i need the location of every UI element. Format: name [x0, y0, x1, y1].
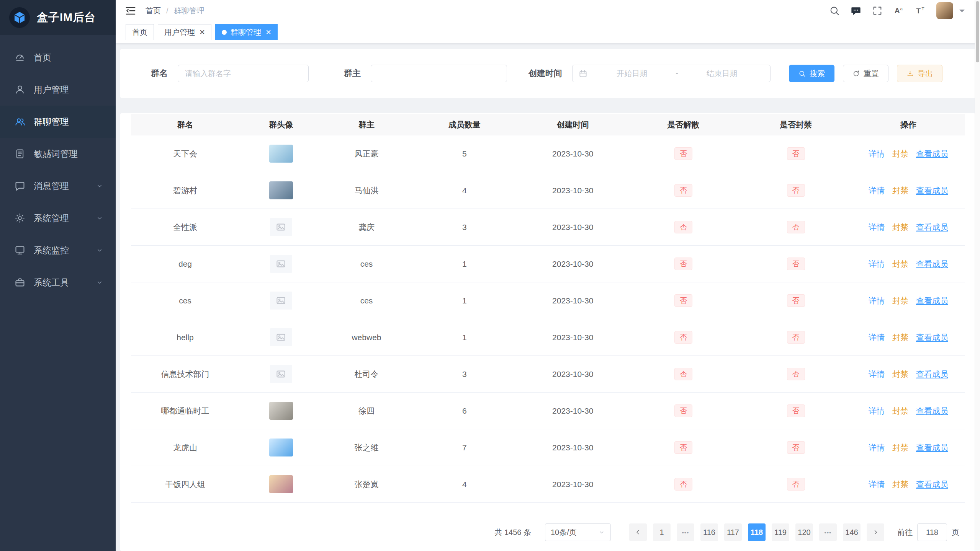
cell-owner: ces [323, 296, 411, 305]
active-tab-dot [222, 30, 227, 35]
detail-link[interactable]: 详情 [869, 442, 885, 453]
view-members-link[interactable]: 查看成员 [916, 148, 948, 159]
detail-link[interactable]: 详情 [869, 185, 885, 196]
cell-group-avatar [239, 439, 323, 456]
scrollbar-thumb[interactable] [976, 1, 979, 62]
page-button-120[interactable]: 120 [795, 523, 813, 541]
page-size-select[interactable]: 10条/页 [545, 523, 611, 541]
view-members-link[interactable]: 查看成员 [916, 259, 948, 269]
detail-link[interactable]: 详情 [869, 148, 885, 159]
page-button-117[interactable]: 117 [724, 523, 742, 541]
sidebar-item-system-monitor[interactable]: 系统监控 [0, 234, 116, 266]
cell-group-avatar [239, 145, 323, 163]
tab-user-management[interactable]: 用户管理× [158, 24, 211, 40]
tab-home[interactable]: 首页 [126, 24, 154, 40]
message-icon [15, 181, 25, 191]
view-members-link[interactable]: 查看成员 [916, 332, 948, 343]
sidebar-item-sensitive-words[interactable]: 敏感词管理 [0, 138, 116, 170]
cell-group-avatar [239, 255, 323, 273]
page-button-119[interactable]: 119 [772, 523, 789, 541]
monitor-icon [15, 245, 25, 256]
sidebar-item-home[interactable]: 首页 [0, 41, 116, 73]
sidebar-item-system-tools[interactable]: 系统工具 [0, 266, 116, 298]
cell-created-time: 2023-10-30 [519, 480, 627, 489]
breadcrumb-home[interactable]: 首页 [146, 6, 161, 16]
cell-group-name: ces [131, 296, 239, 305]
cell-member-count: 4 [410, 480, 519, 489]
cell-group-name: 干饭四人组 [131, 479, 239, 490]
ban-link[interactable]: 封禁 [892, 185, 908, 196]
detail-link[interactable]: 详情 [869, 406, 885, 416]
dissolved-tag: 否 [674, 368, 692, 381]
fullscreen-icon[interactable] [872, 5, 883, 16]
ban-link[interactable]: 封禁 [892, 148, 908, 159]
caret-down-icon[interactable] [959, 10, 965, 15]
sidebar-item-group-management[interactable]: 群聊管理 [0, 106, 116, 138]
sidebar-item-system-management[interactable]: 系统管理 [0, 202, 116, 234]
prev-page-button[interactable] [629, 523, 647, 541]
close-tab-icon[interactable]: × [266, 28, 271, 37]
view-members-link[interactable]: 查看成员 [916, 479, 948, 490]
table-row: 干饭四人组张楚岚42023-10-30否否详情封禁查看成员 [131, 466, 965, 503]
page-button-146[interactable]: 146 [843, 523, 861, 541]
page-scrollbar[interactable] [975, 0, 980, 551]
cell-group-avatar [239, 181, 323, 199]
goto-page-input[interactable] [917, 523, 947, 541]
ban-link[interactable]: 封禁 [892, 222, 908, 233]
ban-link[interactable]: 封禁 [892, 259, 908, 269]
date-range-picker[interactable]: 开始日期 - 结束日期 [572, 65, 771, 82]
page-more-button[interactable]: ••• [819, 523, 837, 541]
table-row: hellpwebweb12023-10-30否否详情封禁查看成员 [131, 319, 965, 356]
cell-dissolved: 否 [627, 147, 739, 160]
sidebar-item-message-management[interactable]: 消息管理 [0, 170, 116, 202]
table-row: 碧游村马仙洪42023-10-30否否详情封禁查看成员 [131, 172, 965, 209]
font-size-icon[interactable]: Aa [893, 5, 904, 16]
export-button[interactable]: 导出 [897, 65, 942, 82]
detail-link[interactable]: 详情 [869, 222, 885, 233]
ban-link[interactable]: 封禁 [892, 442, 908, 453]
detail-link[interactable]: 详情 [869, 369, 885, 380]
owner-input[interactable] [371, 65, 507, 82]
group-name-input[interactable] [178, 65, 309, 82]
pagination-pages: 1•••116117118119120•••146 [650, 523, 864, 541]
app-logo[interactable]: 盒子IM后台 [0, 0, 116, 35]
sidebar-item-user-management[interactable]: 用户管理 [0, 73, 116, 106]
view-members-link[interactable]: 查看成员 [916, 442, 948, 453]
sidebar-item-label: 消息管理 [34, 180, 96, 192]
view-members-link[interactable]: 查看成员 [916, 185, 948, 196]
menu-fold-icon[interactable] [116, 5, 146, 16]
detail-link[interactable]: 详情 [869, 259, 885, 269]
page-more-button[interactable]: ••• [677, 523, 694, 541]
detail-link[interactable]: 详情 [869, 295, 885, 306]
page-button-116[interactable]: 116 [700, 523, 718, 541]
view-members-link[interactable]: 查看成员 [916, 295, 948, 306]
cell-owner: 张之维 [323, 442, 411, 453]
detail-link[interactable]: 详情 [869, 332, 885, 343]
chevron-left-icon [635, 529, 641, 536]
sidebar: 盒子IM后台 首页用户管理群聊管理敏感词管理消息管理系统管理系统监控系统工具 [0, 0, 116, 551]
ban-link[interactable]: 封禁 [892, 369, 908, 380]
page-button-1[interactable]: 1 [653, 523, 671, 541]
ban-link[interactable]: 封禁 [892, 332, 908, 343]
cell-actions: 详情封禁查看成员 [852, 332, 965, 343]
page-button-118[interactable]: 118 [748, 523, 766, 541]
tab-group-management[interactable]: 群聊管理× [215, 24, 278, 40]
layout-size-icon[interactable]: TT [915, 5, 926, 16]
close-tab-icon[interactable]: × [200, 28, 205, 37]
view-members-link[interactable]: 查看成员 [916, 222, 948, 233]
ban-link[interactable]: 封禁 [892, 479, 908, 490]
message-log-icon[interactable] [851, 5, 861, 16]
search-icon[interactable] [829, 5, 840, 16]
cell-owner: 龚庆 [323, 222, 411, 233]
next-page-button[interactable] [867, 523, 884, 541]
ban-link[interactable]: 封禁 [892, 406, 908, 416]
user-avatar[interactable] [936, 2, 953, 19]
tab-label: 用户管理 [164, 27, 195, 37]
reset-button[interactable]: 重置 [843, 65, 888, 82]
cell-owner: 马仙洪 [323, 185, 411, 196]
ban-link[interactable]: 封禁 [892, 295, 908, 306]
search-button[interactable]: 搜索 [789, 65, 834, 82]
view-members-link[interactable]: 查看成员 [916, 369, 948, 380]
detail-link[interactable]: 详情 [869, 479, 885, 490]
view-members-link[interactable]: 查看成员 [916, 406, 948, 416]
